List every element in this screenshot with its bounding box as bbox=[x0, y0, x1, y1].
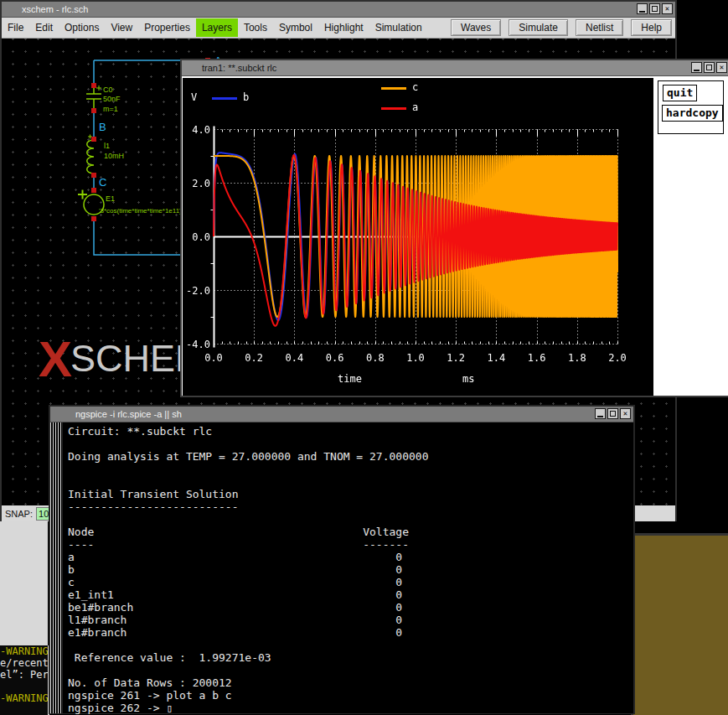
x-tick-label: 1.0 bbox=[401, 352, 430, 364]
close-icon: ✕ bbox=[665, 5, 669, 13]
y-tick-label: 2.0 bbox=[183, 178, 210, 189]
xschem-titlebar-buttons: ✕ bbox=[637, 3, 673, 14]
plot-button-panel: quit hardcopy bbox=[658, 80, 724, 134]
x-tick-label: 0.6 bbox=[321, 352, 349, 364]
y-tick-label: 4.0 bbox=[183, 124, 210, 136]
xschem-titlebar[interactable]: xschem - rlc.sch ✕ bbox=[2, 2, 675, 18]
inductor-refdes: l1 bbox=[104, 142, 110, 150]
x-axis-unit: ms bbox=[462, 373, 474, 385]
menu-file[interactable]: File bbox=[2, 18, 29, 37]
waveform-window-title: tran1: **.subckt rlc bbox=[202, 63, 276, 73]
minimize-icon bbox=[694, 70, 700, 71]
legend-swatch-b bbox=[212, 97, 237, 100]
legend-swatch-a bbox=[381, 107, 406, 110]
menu-view[interactable]: View bbox=[105, 18, 138, 37]
close-icon: ✕ bbox=[720, 64, 724, 71]
xschem-window-title: xschem - rlc.sch bbox=[22, 4, 88, 14]
capacitor-attr: m=1 bbox=[103, 105, 118, 113]
terminal-body: Circuit: **.subckt rlc Doing analysis at… bbox=[50, 422, 633, 713]
capacitor-value: 50nF bbox=[103, 95, 121, 103]
plot-area: V bca 0.00.20.40.60.81.01.21.41.61.82.04… bbox=[183, 78, 653, 396]
inductor-value: 10mH bbox=[104, 152, 124, 160]
waves-button[interactable]: Waves bbox=[451, 19, 501, 36]
background-window-panel bbox=[631, 533, 728, 715]
inductor-symbol[interactable] bbox=[87, 140, 94, 174]
toolbar-buttons: WavesSimulateNetlistHelp bbox=[451, 19, 672, 36]
terminal-titlebar[interactable]: ngspice -i rlc.spice -a || sh ✕ bbox=[50, 407, 633, 422]
maximize-button[interactable] bbox=[704, 62, 715, 73]
y-tick-label: -2.0 bbox=[183, 285, 210, 297]
minimize-button[interactable] bbox=[637, 3, 648, 14]
maximize-button[interactable] bbox=[607, 408, 618, 419]
source-refdes: E1 bbox=[106, 194, 115, 203]
component-shapes bbox=[78, 85, 104, 215]
background-warning-terminal: -WARNINGe/recentlyel”: Perr -WARNING bbox=[0, 645, 49, 715]
maximize-icon bbox=[706, 65, 712, 70]
warning-text-line: e/recently bbox=[0, 657, 48, 669]
minimize-icon bbox=[597, 416, 603, 417]
close-button[interactable]: ✕ bbox=[662, 3, 673, 14]
menu-properties[interactable]: Properties bbox=[138, 18, 196, 37]
menu-simulation[interactable]: Simulation bbox=[369, 18, 428, 37]
x-tick-label: 0.4 bbox=[280, 352, 308, 364]
xschem-menubar: FileEditOptionsViewPropertiesLayersTools… bbox=[2, 18, 675, 39]
netlist-button[interactable]: Netlist bbox=[576, 19, 623, 36]
warning-text-line: -WARNING bbox=[0, 645, 48, 657]
maximize-icon bbox=[610, 411, 616, 417]
terminal-scrollbar[interactable] bbox=[50, 422, 63, 713]
close-button[interactable]: ✕ bbox=[716, 62, 727, 73]
minimize-button[interactable] bbox=[691, 62, 702, 73]
x-tick-label: 0.8 bbox=[361, 352, 390, 364]
menu-symbol[interactable]: Symbol bbox=[273, 18, 318, 37]
y-tick-label: -4.0 bbox=[183, 339, 210, 350]
x-tick-label: 0.2 bbox=[240, 352, 268, 364]
minimize-icon bbox=[639, 11, 645, 13]
quit-button[interactable]: quit bbox=[663, 85, 697, 101]
warning-text-line: -WARNING bbox=[0, 692, 48, 704]
y-tick-label: 0.0 bbox=[183, 231, 210, 243]
terminal-window-title: ngspice -i rlc.spice -a || sh bbox=[75, 409, 182, 419]
x-tick-label: 1.8 bbox=[563, 352, 591, 364]
legend-label-c: c bbox=[412, 81, 418, 93]
menu-layers[interactable]: Layers bbox=[196, 18, 238, 37]
terminal-window: ngspice -i rlc.spice -a || sh ✕ Circuit:… bbox=[49, 405, 635, 714]
terminal-text[interactable]: Circuit: **.subckt rlc Doing analysis at… bbox=[63, 422, 633, 713]
source-value: '3*cos(time*time*time*1e11)' bbox=[99, 207, 183, 215]
capacitor-refdes: C0 bbox=[103, 85, 113, 94]
legend-label-a: a bbox=[412, 101, 418, 113]
close-button[interactable]: ✕ bbox=[620, 408, 631, 419]
legend-swatch-c bbox=[381, 87, 406, 90]
menu-highlight[interactable]: Highlight bbox=[318, 18, 369, 37]
minimize-button[interactable] bbox=[595, 408, 606, 419]
waveform-titlebar-buttons: ✕ bbox=[691, 62, 727, 73]
menu-items: FileEditOptionsViewPropertiesLayersTools… bbox=[2, 18, 428, 37]
warning-text-line bbox=[0, 681, 48, 692]
x-tick-label: 1.2 bbox=[441, 352, 470, 364]
warning-text-line: el”: Perr bbox=[0, 669, 48, 681]
y-axis-unit: V bbox=[191, 91, 197, 103]
terminal-titlebar-buttons: ✕ bbox=[595, 408, 631, 419]
net-label-c[interactable]: C bbox=[99, 176, 106, 189]
x-tick-label: 0.0 bbox=[199, 352, 228, 364]
x-axis-label: time bbox=[338, 373, 362, 385]
maximize-icon bbox=[652, 6, 658, 12]
net-label-b[interactable]: B bbox=[99, 121, 106, 133]
close-icon: ✕ bbox=[623, 410, 627, 417]
component-labels: C0 50nF m=1 l1 10mH E1 '3*cos(time*time*… bbox=[99, 85, 183, 215]
waveform-plot bbox=[183, 78, 653, 396]
legend-label-b: b bbox=[243, 91, 249, 103]
x-tick-label: 1.6 bbox=[523, 352, 551, 364]
simulate-button[interactable]: Simulate bbox=[509, 19, 568, 36]
waveform-window: tran1: **.subckt rlc ✕ V bca 0.00.20.40.… bbox=[180, 59, 728, 397]
menu-options[interactable]: Options bbox=[59, 18, 105, 37]
help-button[interactable]: Help bbox=[631, 19, 672, 36]
maximize-button[interactable] bbox=[649, 3, 660, 14]
waveform-titlebar[interactable]: tran1: **.subckt rlc ✕ bbox=[182, 60, 728, 76]
menu-tools[interactable]: Tools bbox=[238, 18, 273, 37]
hardcopy-button[interactable]: hardcopy bbox=[662, 105, 723, 122]
menu-edit[interactable]: Edit bbox=[29, 18, 59, 37]
snap-label: SNAP: bbox=[5, 509, 33, 519]
xschem-logo-x: X bbox=[39, 331, 70, 387]
desktop: { "chart_data": { "type": "line", "title… bbox=[0, 0, 728, 715]
x-tick-label: 2.0 bbox=[603, 352, 632, 364]
